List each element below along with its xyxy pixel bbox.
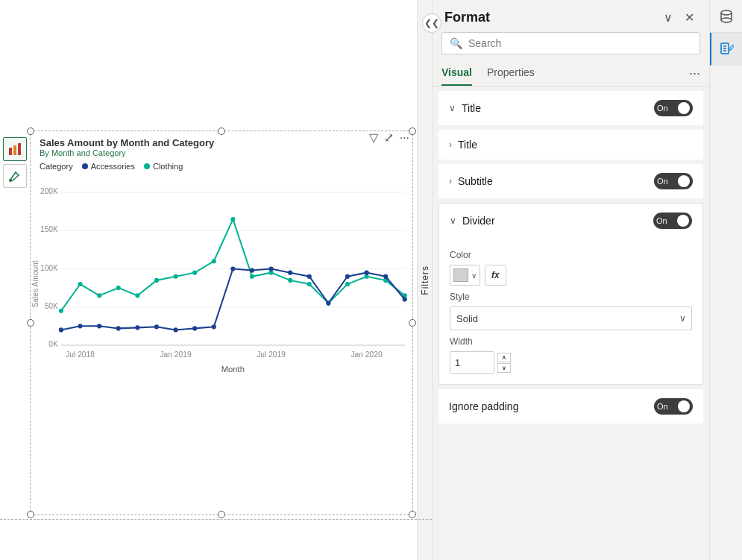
legend-dot-clothing <box>144 163 150 169</box>
section-title-toggle-chevron: ∨ <box>449 103 456 113</box>
color-chevron-icon: ∨ <box>471 271 477 280</box>
svg-point-38 <box>116 326 121 330</box>
svg-point-62 <box>721 18 732 22</box>
resize-handle-bl[interactable] <box>27 511 34 518</box>
filters-sidebar[interactable]: Filters <box>417 0 432 560</box>
width-increment-button[interactable]: ∧ <box>497 353 511 362</box>
section-divider-label: Divider <box>462 215 495 227</box>
section-divider-header[interactable]: ∨ Divider On <box>439 204 702 238</box>
section-title-toggle-label-area: ∨ Title <box>449 102 481 114</box>
resize-handle-br[interactable] <box>409 511 416 518</box>
svg-point-50 <box>345 274 350 279</box>
section-title-toggle-label: Title <box>462 102 481 114</box>
style-dropdown-container: Solid Dashed Dotted ∨ <box>450 306 692 330</box>
search-input[interactable] <box>468 37 692 49</box>
svg-point-43 <box>212 324 216 329</box>
paint-brush-icon[interactable] <box>3 164 27 188</box>
svg-point-22 <box>173 274 177 279</box>
svg-point-53 <box>403 297 407 301</box>
filters-label: Filters <box>420 265 430 295</box>
legend-item-accessories: Accessories <box>82 162 135 171</box>
svg-text:Jul 2019: Jul 2019 <box>257 350 286 359</box>
toggle-knob <box>678 102 690 114</box>
resize-handle-tr[interactable] <box>409 128 416 135</box>
resize-handle-mr[interactable] <box>409 319 416 327</box>
svg-point-45 <box>250 268 254 272</box>
svg-point-3 <box>9 179 12 182</box>
svg-point-18 <box>97 293 101 298</box>
format-panel: Format ∨ ✕ 🔍 Visual Properties ··· <box>433 0 742 560</box>
section-title-expand-label-area: › Title <box>449 139 477 151</box>
resize-handle-bm[interactable] <box>218 511 225 518</box>
resize-handle-ml[interactable] <box>27 319 34 327</box>
section-divider-chevron: ∨ <box>450 215 456 226</box>
chart-legend: Category Accessories Clothing <box>31 160 412 172</box>
legend-dot-accessories <box>82 163 88 169</box>
section-title-toggle-switch[interactable]: On <box>654 100 693 116</box>
svg-point-39 <box>135 325 139 330</box>
chart-main-title: Sales Amount by Month and Category <box>40 137 403 148</box>
svg-point-37 <box>97 324 101 328</box>
color-swatch <box>453 268 468 282</box>
bar-chart-icon[interactable] <box>3 137 27 161</box>
width-decrement-button[interactable]: ∨ <box>497 363 511 373</box>
tab-more-icon[interactable]: ··· <box>689 66 700 81</box>
svg-point-26 <box>250 274 254 279</box>
svg-point-41 <box>173 327 177 332</box>
section-title-expand-header[interactable]: › Title <box>438 130 703 160</box>
ignore-padding-section: Ignore padding On <box>438 389 703 424</box>
search-bar: 🔍 <box>441 32 700 54</box>
style-dropdown[interactable]: Solid Dashed Dotted <box>450 306 692 330</box>
section-subtitle-header[interactable]: › Subtitle On <box>438 164 703 198</box>
svg-text:Jan 2020: Jan 2020 <box>350 350 382 359</box>
svg-point-42 <box>192 326 197 330</box>
tabs-row: Visual Properties ··· <box>433 60 709 86</box>
svg-point-31 <box>345 282 350 286</box>
section-divider: ∨ Divider On Color <box>438 203 703 385</box>
fx-button[interactable]: fx <box>485 265 506 286</box>
resize-handle-tm[interactable] <box>218 128 225 135</box>
svg-point-36 <box>78 324 82 328</box>
section-subtitle-label: Subtitle <box>458 175 493 187</box>
svg-point-24 <box>212 259 216 263</box>
close-icon[interactable]: ✕ <box>682 9 697 26</box>
section-subtitle-toggle-switch[interactable]: On <box>654 173 693 189</box>
section-title-expand-label: Title <box>458 139 477 151</box>
toggle-on-label: On <box>657 104 668 113</box>
tab-properties[interactable]: Properties <box>487 60 535 86</box>
legend-label-clothing: Clothing <box>153 162 183 171</box>
ignore-padding-toggle[interactable]: On <box>654 398 693 415</box>
section-divider-toggle-switch[interactable]: On <box>653 213 692 229</box>
format-header: Format ∨ ✕ <box>433 0 709 32</box>
svg-point-52 <box>383 274 388 279</box>
svg-text:Month: Month <box>221 365 245 374</box>
svg-point-28 <box>288 278 292 283</box>
svg-point-29 <box>307 282 312 286</box>
svg-point-23 <box>192 271 197 275</box>
width-field-label: Width <box>450 336 692 347</box>
svg-point-35 <box>59 327 63 332</box>
svg-rect-1 <box>13 145 16 155</box>
collapse-icon[interactable]: ∨ <box>661 9 676 26</box>
section-divider-label-area: ∨ Divider <box>450 215 495 227</box>
svg-point-19 <box>116 286 121 290</box>
width-input[interactable] <box>450 351 494 374</box>
color-swatch-button[interactable]: ∨ <box>450 265 480 286</box>
cylinder-icon-button[interactable] <box>710 0 742 33</box>
collapse-panel-button[interactable]: ❮❮ <box>422 13 441 33</box>
subtitle-toggle-on-label: On <box>657 177 668 186</box>
svg-point-51 <box>364 271 368 275</box>
format-paint-icon-button[interactable] <box>710 33 742 66</box>
format-content: ∨ Title On › Title <box>433 86 709 560</box>
section-subtitle: › Subtitle On <box>438 164 703 198</box>
svg-text:Jan 2019: Jan 2019 <box>160 350 191 359</box>
section-subtitle-chevron: › <box>449 176 452 186</box>
search-icon: 🔍 <box>450 37 462 49</box>
section-title-toggle-header[interactable]: ∨ Title On <box>438 91 703 125</box>
svg-text:Sales Amount: Sales Amount <box>31 260 40 307</box>
svg-point-40 <box>154 324 159 329</box>
section-title-expand: › Title <box>438 130 703 160</box>
tab-visual[interactable]: Visual <box>441 60 472 86</box>
divider-toggle-on-label: On <box>656 216 667 225</box>
ignore-padding-label: Ignore padding <box>449 400 518 412</box>
